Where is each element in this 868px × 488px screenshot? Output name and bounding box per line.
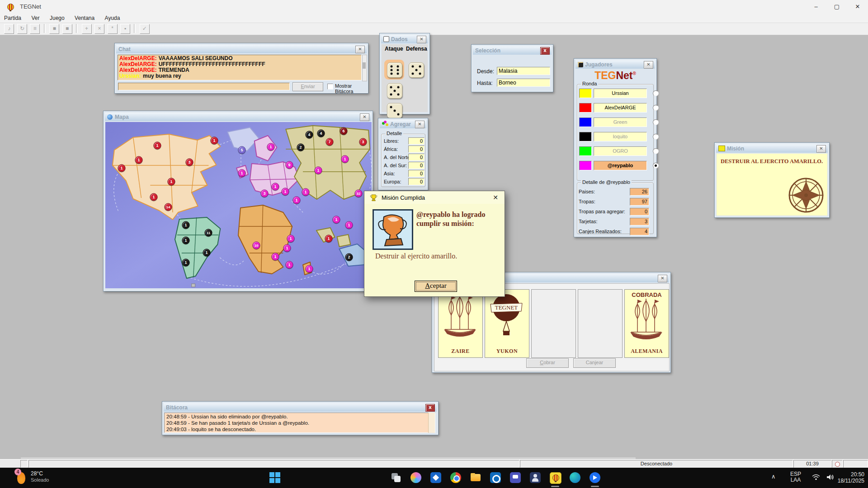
territory-badge[interactable]: 1 xyxy=(287,235,295,243)
refresh-toolbar-button[interactable]: ↻ xyxy=(17,24,27,34)
card-slot-empty[interactable] xyxy=(531,289,576,358)
territory-badge[interactable]: 14 xyxy=(165,203,172,211)
teams-icon[interactable] xyxy=(510,472,521,483)
selection-close-icon[interactable]: x xyxy=(540,47,550,55)
territory-badge[interactable]: 1 xyxy=(315,167,322,174)
card-alemania[interactable]: COBRADA ALEMANIA xyxy=(624,289,669,358)
media-player-icon[interactable] xyxy=(590,472,600,483)
territory-badge[interactable]: 7 xyxy=(326,138,334,146)
territory-badge[interactable]: 1 xyxy=(203,249,211,257)
weather-temp[interactable]: 28°C xyxy=(31,470,43,477)
menu-partida[interactable]: Partida xyxy=(0,14,25,22)
territory-badge[interactable]: 5 xyxy=(238,146,246,154)
card-slot-empty[interactable] xyxy=(578,289,623,358)
territory-badge[interactable]: 1 xyxy=(302,188,310,196)
menu-ver[interactable]: Ver xyxy=(27,14,43,22)
territory-badge[interactable]: 1 xyxy=(267,143,275,151)
send-button[interactable]: Enviar xyxy=(292,82,323,91)
player-radio[interactable] xyxy=(653,105,659,111)
add-troops-toolbar-button[interactable]: + xyxy=(82,24,92,34)
outlook-icon[interactable] xyxy=(490,472,501,483)
from-field[interactable]: Malasia xyxy=(497,67,550,75)
player-radio[interactable] xyxy=(653,148,659,154)
dialog-close-icon[interactable]: ✕ xyxy=(486,191,505,204)
pause-toolbar-button[interactable]: ■ xyxy=(62,24,72,34)
player-radio[interactable] xyxy=(653,163,659,169)
to-field[interactable]: Borneo xyxy=(497,79,550,87)
attack-toolbar-button[interactable]: × xyxy=(94,24,104,34)
accept-button[interactable]: Aceptar xyxy=(415,281,457,292)
file-explorer-icon[interactable] xyxy=(470,472,481,483)
tegnet-taskbar-icon[interactable] xyxy=(550,472,561,484)
territory-badge[interactable]: 1 xyxy=(286,261,293,269)
copilot-icon[interactable] xyxy=(410,472,421,483)
territory-badge[interactable]: 6 xyxy=(340,127,348,135)
player-radio[interactable] xyxy=(653,134,659,140)
minimize-button[interactable]: – xyxy=(806,0,826,14)
territory-badge[interactable]: 1 xyxy=(150,193,158,201)
show-log-checkbox[interactable] xyxy=(327,84,333,89)
log-titlebar[interactable]: Bitácora xyxy=(164,403,437,412)
windows-start-button[interactable] xyxy=(269,472,280,483)
photos-app-icon[interactable] xyxy=(430,472,441,483)
territory-badge[interactable]: 1 xyxy=(272,183,279,191)
menu-ventana[interactable]: Ventana xyxy=(71,14,99,22)
sound-toolbar-button[interactable]: ♪ xyxy=(4,24,14,34)
territory-badge[interactable]: 1 xyxy=(182,259,190,267)
asia-value[interactable]: 0 xyxy=(408,170,425,177)
language-indicator[interactable]: ESP LAA xyxy=(790,471,801,483)
volume-icon[interactable] xyxy=(826,474,835,481)
territory-badge[interactable]: 1 xyxy=(272,253,279,261)
player-radio[interactable] xyxy=(653,90,659,96)
log-toolbar-button[interactable]: ≡ xyxy=(30,24,40,34)
territory-badge[interactable]: 1 xyxy=(306,265,313,273)
players-titlebar[interactable]: Jugadores xyxy=(576,60,655,69)
map-titlebar[interactable]: Mapa xyxy=(105,113,371,121)
territory-badge[interactable]: 3 xyxy=(359,138,367,146)
territory-badge[interactable]: 4 xyxy=(317,130,325,137)
territory-badge[interactable]: 1 xyxy=(283,244,291,252)
collect-button[interactable]: Cobrar xyxy=(526,358,569,368)
cards-toolbar-button[interactable]: ▪ xyxy=(120,24,130,34)
weather-condition[interactable]: Soleado xyxy=(31,477,49,483)
weather-icon[interactable]: 4 xyxy=(16,469,28,485)
territory-badge[interactable]: 3 xyxy=(186,159,193,166)
dice-close-icon[interactable]: ✕ xyxy=(417,36,426,43)
card-zaire[interactable]: ZAIRE xyxy=(438,289,483,358)
maximize-button[interactable]: ▢ xyxy=(826,0,847,14)
close-button[interactable]: ✕ xyxy=(847,0,868,14)
territory-badge[interactable]: 1 xyxy=(333,216,340,224)
territory-badge[interactable]: 1 xyxy=(135,156,143,164)
territory-badge[interactable]: 1 xyxy=(168,178,175,186)
territory-badge[interactable]: 1 xyxy=(118,164,126,172)
log-close-icon[interactable]: x xyxy=(425,404,435,412)
sur-value[interactable]: 0 xyxy=(408,162,425,169)
territory-badge[interactable]: 1 xyxy=(154,142,161,150)
regroup-toolbar-button[interactable]: * xyxy=(108,24,118,34)
end-turn-toolbar-button[interactable]: ✓ xyxy=(140,24,150,34)
territory-badge[interactable]: 1 xyxy=(282,188,289,196)
card-yukon[interactable]: TEGNET YUKON xyxy=(485,289,529,358)
chat-titlebar[interactable]: Chat xyxy=(116,45,367,53)
menu-ayuda[interactable]: Ayuda xyxy=(101,14,124,22)
territory-badge[interactable]: 1 xyxy=(325,235,333,243)
mission-close-icon[interactable]: ✕ xyxy=(816,145,826,153)
chat-scrollbar[interactable] xyxy=(362,55,367,81)
norte-value[interactable]: 0 xyxy=(408,154,425,161)
territory-badge[interactable]: 10 xyxy=(253,242,260,249)
cards-close-icon[interactable]: ✕ xyxy=(658,275,667,282)
menu-juego[interactable]: Juego xyxy=(46,14,69,22)
territory-badge[interactable]: 1 xyxy=(182,221,190,229)
task-view-icon[interactable] xyxy=(391,472,401,483)
territory-badge[interactable]: 4 xyxy=(306,131,313,139)
territory-badge[interactable]: 1 xyxy=(293,197,301,204)
territory-badge[interactable]: 1 xyxy=(345,221,353,229)
players-close-icon[interactable]: ✕ xyxy=(644,61,653,69)
territory-badge[interactable]: 11 xyxy=(205,229,212,237)
wifi-icon[interactable] xyxy=(812,474,820,480)
chat-input[interactable] xyxy=(118,83,290,90)
territory-badge[interactable]: 3 xyxy=(261,190,269,197)
territory-badge[interactable]: 9 xyxy=(286,161,293,169)
territory-badge[interactable]: 1 xyxy=(238,169,246,177)
europa-value[interactable]: 0 xyxy=(408,178,425,185)
